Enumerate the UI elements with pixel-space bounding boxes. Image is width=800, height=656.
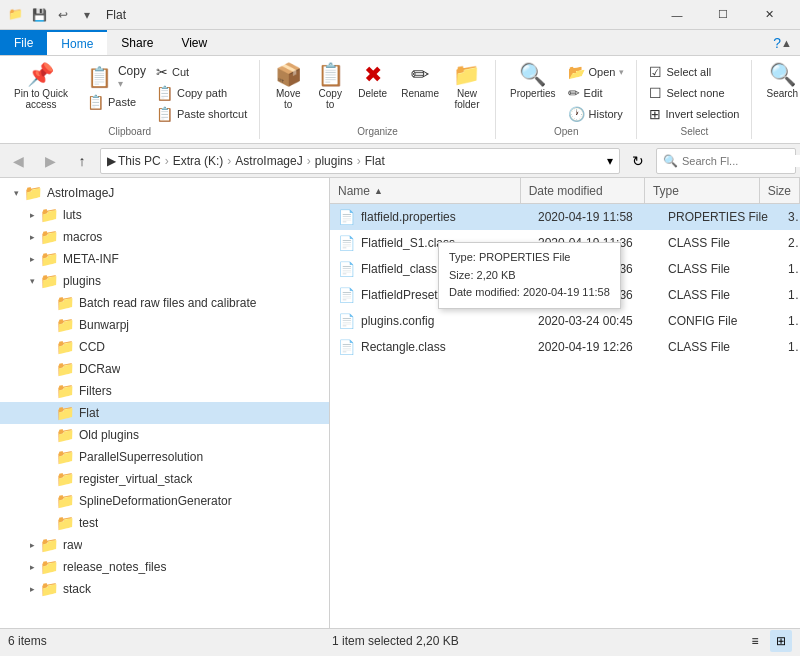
tree-item[interactable]: ▸📁stack <box>0 578 329 600</box>
tree-item[interactable]: 📁SplineDeformationGenerator <box>0 490 329 512</box>
window-controls: — ☐ ✕ <box>654 0 792 30</box>
maximize-button[interactable]: ☐ <box>700 0 746 30</box>
cut-button[interactable]: ✂ Cut <box>152 62 251 82</box>
tree-item[interactable]: 📁CCD <box>0 336 329 358</box>
table-row[interactable]: 📄FlatfieldPreset.class2020-04-19 11:36CL… <box>330 282 800 308</box>
table-row[interactable]: 📄Rectangle.class2020-04-19 12:26CLASS Fi… <box>330 334 800 360</box>
file-cell-date: 2020-04-19 11:36 <box>530 262 660 276</box>
tree-item[interactable]: ▸📁release_notes_files <box>0 556 329 578</box>
list-view-button[interactable]: ⊞ <box>770 630 792 652</box>
file-name: plugins.config <box>361 314 434 328</box>
paste-shortcut-button[interactable]: 📋 Paste shortcut <box>152 104 251 124</box>
folder-icon: 📁 <box>40 536 59 554</box>
status-selected-info: 1 item selected 2,20 KB <box>332 634 459 648</box>
edit-button[interactable]: ✏ Edit <box>564 83 629 103</box>
tab-file[interactable]: File <box>0 30 47 55</box>
table-row[interactable]: 📄Flatfield_S1.class2020-04-19 11:36CLASS… <box>330 230 800 256</box>
tree-item[interactable]: ▾📁plugins <box>0 270 329 292</box>
select-none-button[interactable]: ☐ Select none <box>645 83 743 103</box>
tree-item-label: META-INF <box>63 252 119 266</box>
undo-icon-btn[interactable]: ↩ <box>52 4 74 26</box>
tree-toggle: ▸ <box>24 232 40 242</box>
status-item-count: 6 items <box>8 634 47 648</box>
delete-button[interactable]: ✖ Delete <box>352 62 393 101</box>
search-input[interactable] <box>682 155 800 167</box>
copy-path-button[interactable]: 📋 Copy path <box>152 83 251 103</box>
col-header-date[interactable]: Date modified <box>521 178 645 203</box>
tree-item-label: CCD <box>79 340 105 354</box>
new-folder-icon: 📁 <box>453 64 480 86</box>
details-view-button[interactable]: ≡ <box>744 630 766 652</box>
copy-to-label: Copy to <box>319 88 342 110</box>
tab-view[interactable]: View <box>167 30 221 55</box>
close-button[interactable]: ✕ <box>746 0 792 30</box>
pin-label: Pin to Quick access <box>14 88 68 110</box>
rename-button[interactable]: ✏ Rename <box>395 62 445 101</box>
breadcrumb-sep-4: › <box>357 154 361 168</box>
down-arrow-btn[interactable]: ▾ <box>76 4 98 26</box>
tree-item[interactable]: ▸📁META-INF <box>0 248 329 270</box>
select-all-button[interactable]: ☑ Select all <box>645 62 743 82</box>
table-row[interactable]: 📄plugins.config2020-03-24 00:45CONFIG Fi… <box>330 308 800 334</box>
tree-pane-wrapper: ▾📁AstroImageJ▸📁luts▸📁macros▸📁META-INF▾📁p… <box>0 178 330 628</box>
tab-share[interactable]: Share <box>107 30 167 55</box>
back-button[interactable]: ◀ <box>4 147 32 175</box>
table-row[interactable]: 📄Flatfield_class2020-04-19 11:36CLASS Fi… <box>330 256 800 282</box>
minimize-button[interactable]: — <box>654 0 700 30</box>
status-bar: 6 items 1 item selected 2,20 KB ≡ ⊞ <box>0 628 800 652</box>
copy-button[interactable]: 📋 Copy ▾ <box>83 62 150 91</box>
col-header-size[interactable]: Size <box>760 178 800 203</box>
file-name: flatfield.properties <box>361 210 456 224</box>
tree-item[interactable]: 📁Bunwarpj <box>0 314 329 336</box>
paste-button[interactable]: 📋 Paste <box>83 92 150 112</box>
tree-item[interactable]: ▸📁luts <box>0 204 329 226</box>
breadcrumb-sep-1: › <box>165 154 169 168</box>
tree-item[interactable]: 📁Filters <box>0 380 329 402</box>
open-edit-history-group: 📂 Open ▾ ✏ Edit 🕐 History <box>564 62 629 124</box>
new-folder-button[interactable]: 📁 New folder <box>447 62 487 112</box>
breadcrumb[interactable]: ▶ This PC › Extra (K:) › AstroImageJ › p… <box>100 148 620 174</box>
tree-item[interactable]: 📁Old plugins <box>0 424 329 446</box>
folder-icon: 📁 <box>56 426 75 444</box>
tree-item[interactable]: ▾📁AstroImageJ <box>0 182 329 204</box>
save-icon-btn[interactable]: 💾 <box>28 4 50 26</box>
tree-item[interactable]: 📁register_virtual_stack <box>0 468 329 490</box>
tree-item[interactable]: 📁DCRaw <box>0 358 329 380</box>
tree-item-label: test <box>79 516 98 530</box>
pin-to-quick-access-button[interactable]: 📌 Pin to Quick access <box>8 62 74 112</box>
tab-home[interactable]: Home <box>47 30 107 55</box>
ribbon-tabs: File Home Share View ? ▲ <box>0 30 800 56</box>
tree-item[interactable]: ▸📁raw <box>0 534 329 556</box>
breadcrumb-sep-2: › <box>227 154 231 168</box>
forward-button[interactable]: ▶ <box>36 147 64 175</box>
col-header-name[interactable]: Name ▲ <box>330 178 521 203</box>
move-to-button[interactable]: 📦 Move to <box>268 62 308 112</box>
file-icon: 📄 <box>338 313 355 329</box>
tree-item[interactable]: 📁Flat <box>0 402 329 424</box>
tree-item[interactable]: ▸📁macros <box>0 226 329 248</box>
search-button[interactable]: 🔍 Search <box>760 62 800 101</box>
help-button[interactable]: ? <box>773 35 781 51</box>
paste-icon: 📋 <box>87 94 104 110</box>
tree-item[interactable]: 📁Batch read raw files and calibrate <box>0 292 329 314</box>
history-button[interactable]: 🕐 History <box>564 104 629 124</box>
paste-shortcut-icon: 📋 <box>156 106 173 122</box>
tree-item[interactable]: 📁ParallelSuperresolution <box>0 446 329 468</box>
invert-selection-button[interactable]: ⊞ Invert selection <box>645 104 743 124</box>
open-btn[interactable]: 📂 Open ▾ <box>564 62 629 82</box>
collapse-ribbon-button[interactable]: ▲ <box>781 37 792 49</box>
properties-button[interactable]: 🔍 Properties <box>504 62 562 101</box>
breadcrumb-item-astro: AstroImageJ <box>235 154 302 168</box>
file-name: Flatfield_class <box>361 262 437 276</box>
select-all-none-invert-group: ☑ Select all ☐ Select none ⊞ Invert sele… <box>645 62 743 124</box>
tree-item[interactable]: 📁test <box>0 512 329 534</box>
folder-icon: 📁 <box>56 382 75 400</box>
tree-item-label: SplineDeformationGenerator <box>79 494 232 508</box>
folder-icon: 📁 <box>24 184 43 202</box>
refresh-button[interactable]: ↻ <box>624 147 652 175</box>
up-button[interactable]: ↑ <box>68 147 96 175</box>
col-header-type[interactable]: Type <box>645 178 760 203</box>
paste-shortcut-label: Paste shortcut <box>177 108 247 120</box>
copy-to-button[interactable]: 📋 Copy to <box>310 62 350 112</box>
table-row[interactable]: 📄flatfield.properties2020-04-19 11:58PRO… <box>330 204 800 230</box>
